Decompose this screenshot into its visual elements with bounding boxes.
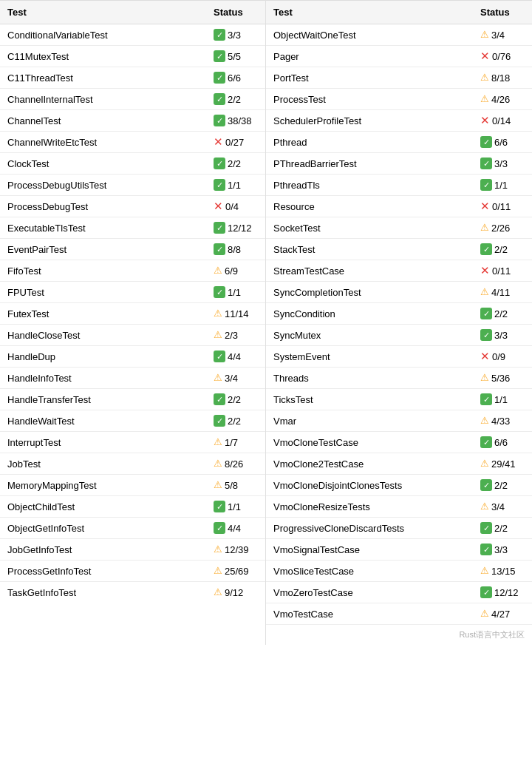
status-value: 4/33 — [491, 416, 510, 427]
status-icon-group: ✓ 1/1 — [480, 393, 508, 405]
test-name-cell: InterruptTest — [0, 432, 206, 453]
status-icon-group: ⚠ 8/18 — [480, 72, 510, 84]
check-icon: ✓ — [214, 222, 225, 234]
status-value: 12/12 — [228, 223, 252, 234]
check-icon: ✓ — [214, 179, 225, 191]
status-value: 2/26 — [491, 223, 510, 234]
warn-icon: ⚠ — [214, 436, 222, 448]
status-cell: ⚠ 9/12 — [206, 582, 265, 603]
left-header-test: Test — [0, 1, 206, 24]
status-value: 9/12 — [225, 587, 243, 598]
status-icon-group: ⚠ 11/14 — [214, 308, 249, 319]
status-cell: ✓ 2/2 — [206, 410, 265, 432]
test-name-cell: TaskGetInfoTest — [0, 582, 206, 603]
status-cell: ⚠ 1/7 — [206, 432, 265, 453]
status-icon-group: ⚠ 8/26 — [214, 458, 243, 470]
warn-icon: ⚠ — [214, 265, 222, 277]
status-cell: ✓ 1/1 — [473, 175, 532, 196]
status-value: 11/14 — [225, 308, 249, 319]
test-name-cell: C11ThreadTest — [0, 67, 206, 89]
status-value: 38/38 — [228, 115, 252, 126]
right-table: Test Status ObjectWaitOneTest⚠ 3/4Pager✕… — [266, 0, 532, 624]
status-cell: ⚠ 3/4 — [206, 368, 265, 389]
status-cell: ✓ 38/38 — [206, 110, 265, 132]
test-name-cell: C11MutexTest — [0, 46, 206, 67]
status-icon-group: ✕ 0/4 — [214, 200, 239, 212]
test-name-cell: ObjectGetInfoTest — [0, 518, 206, 539]
table-row: VmoSliceTestCase⚠ 13/15 — [266, 561, 532, 582]
test-name-cell: SyncMutex — [266, 325, 473, 346]
table-row: HandleCloseTest⚠ 2/3 — [0, 325, 265, 346]
status-value: 0/11 — [492, 201, 511, 212]
cross-icon: ✕ — [480, 265, 490, 277]
table-row: ProcessDebugTest✕ 0/4 — [0, 196, 265, 217]
status-cell: ✓ 1/1 — [473, 389, 532, 410]
test-name-cell: HandleInfoTest — [0, 368, 206, 389]
status-cell: ⚠ 12/39 — [206, 539, 265, 561]
status-icon-group: ✓ 8/8 — [214, 243, 241, 255]
status-value: 25/69 — [225, 566, 249, 577]
table-row: SyncCondition✓ 2/2 — [266, 303, 532, 325]
status-cell: ⚠ 2/3 — [206, 325, 265, 346]
status-value: 13/15 — [491, 566, 516, 577]
status-icon-group: ⚠ 4/27 — [480, 608, 510, 620]
test-name-cell: Threads — [266, 368, 473, 389]
table-row: HandleWaitTest✓ 2/2 — [0, 410, 265, 432]
status-icon-group: ✓ 3/3 — [480, 329, 508, 341]
status-cell: ✓ 1/1 — [206, 282, 265, 303]
status-cell: ⚠ 3/4 — [473, 24, 532, 46]
check-icon: ✓ — [480, 243, 492, 255]
table-row: ConditionalVariableTest✓ 3/3 — [0, 24, 265, 46]
test-name-cell: ProcessDebugUtilsTest — [0, 175, 206, 196]
test-name-cell: ExecutableTlsTest — [0, 217, 206, 239]
status-value: 3/4 — [225, 373, 238, 384]
status-cell: ✓ 8/8 — [206, 239, 265, 260]
table-row: ChannelTest✓ 38/38 — [0, 110, 265, 132]
check-icon: ✓ — [480, 136, 492, 148]
test-name-cell: Pthread — [266, 132, 473, 153]
status-icon-group: ✓ 1/1 — [214, 286, 241, 298]
status-value: 0/27 — [225, 137, 244, 148]
status-cell: ✓ 12/12 — [473, 582, 532, 603]
check-icon: ✓ — [214, 393, 225, 405]
table-row: HandleTransferTest✓ 2/2 — [0, 389, 265, 410]
table-row: VmoSignalTestCase✓ 3/3 — [266, 539, 532, 561]
status-cell: ✓ 4/4 — [206, 518, 265, 539]
status-value: 6/6 — [494, 437, 508, 448]
status-value: 6/9 — [225, 265, 238, 277]
table-row: SystemEvent✕ 0/9 — [266, 346, 532, 368]
status-value: 2/2 — [494, 308, 508, 319]
status-value: 3/3 — [494, 544, 508, 555]
status-cell: ✕ 0/4 — [206, 196, 265, 217]
warn-icon: ⚠ — [480, 608, 489, 620]
test-name-cell: SocketTest — [266, 217, 473, 239]
status-icon-group: ✓ 6/6 — [214, 72, 241, 84]
status-value: 1/1 — [228, 501, 241, 512]
warn-icon: ⚠ — [480, 415, 489, 427]
table-row: JobGetInfoTest⚠ 12/39 — [0, 539, 265, 561]
status-cell: ⚠ 25/69 — [206, 561, 265, 582]
status-value: 6/6 — [494, 137, 508, 148]
table-row: EventPairTest✓ 8/8 — [0, 239, 265, 260]
warn-icon: ⚠ — [214, 308, 222, 319]
table-row: PthreadTls✓ 1/1 — [266, 175, 532, 196]
check-icon: ✓ — [480, 158, 492, 169]
test-name-cell: MemoryMappingTest — [0, 475, 206, 496]
status-icon-group: ⚠ 4/11 — [480, 286, 510, 298]
status-value: 0/14 — [492, 115, 511, 126]
status-icon-group: ⚠ 5/8 — [214, 479, 238, 491]
status-icon-group: ✓ 2/2 — [214, 415, 241, 427]
table-row: StreamTestCase✕ 0/11 — [266, 260, 532, 282]
test-name-cell: Resource — [266, 196, 473, 217]
status-value: 2/3 — [225, 330, 238, 341]
left-header-status: Status — [206, 1, 265, 24]
check-icon: ✓ — [480, 393, 492, 405]
status-value: 3/4 — [491, 501, 505, 512]
check-icon: ✓ — [214, 351, 225, 362]
status-icon-group: ✓ 5/5 — [214, 50, 241, 62]
status-icon-group: ⚠ 4/33 — [480, 415, 510, 427]
status-value: 0/9 — [492, 351, 505, 362]
status-icon-group: ⚠ 9/12 — [214, 586, 243, 598]
status-cell: ✓ 2/2 — [473, 518, 532, 539]
test-name-cell: SystemEvent — [266, 346, 473, 368]
